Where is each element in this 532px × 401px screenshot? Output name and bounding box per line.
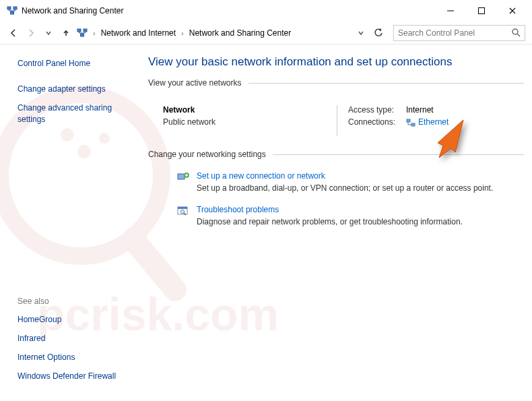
divider	[248, 83, 524, 84]
sidebar-item-adapter-settings[interactable]: Change adapter settings	[18, 84, 129, 94]
svg-point-16	[512, 29, 518, 34]
troubleshoot-desc: Diagnose and repair network problems, or…	[197, 217, 463, 226]
access-type-label: Access type:	[348, 105, 406, 115]
up-button[interactable]	[59, 26, 73, 40]
main-panel: View your basic network information and …	[136, 53, 532, 390]
svg-rect-6	[7, 7, 11, 9]
svg-line-17	[517, 34, 520, 36]
troubleshoot-icon	[176, 205, 190, 218]
network-name: Network	[163, 105, 337, 115]
breadcrumb-parent[interactable]: Network and Internet	[101, 28, 176, 38]
see-also-label: See also	[18, 297, 129, 306]
section-networking-settings: Change your networking settings	[148, 150, 524, 159]
connection-link[interactable]: Ethernet	[406, 117, 448, 127]
divider	[273, 154, 524, 155]
access-type-value: Internet	[406, 105, 434, 115]
network-center-icon	[77, 28, 88, 38]
vertical-divider	[337, 105, 337, 136]
window-title: Network and Sharing Center	[22, 6, 435, 16]
seealso-firewall[interactable]: Windows Defender Firewall	[18, 371, 129, 381]
recent-dropdown-button[interactable]	[42, 26, 55, 40]
svg-rect-20	[178, 174, 185, 179]
forward-button[interactable]	[24, 26, 38, 40]
chevron-right-icon: ›	[93, 29, 96, 37]
svg-rect-18	[407, 119, 410, 122]
close-button[interactable]	[497, 1, 528, 21]
network-type: Public network	[163, 117, 337, 127]
svg-rect-15	[81, 34, 84, 36]
sidebar: Control Panel Home Change adapter settin…	[0, 53, 136, 390]
svg-rect-7	[13, 7, 17, 9]
search-placeholder: Search Control Panel	[398, 28, 512, 38]
breadcrumb-current[interactable]: Network and Sharing Center	[189, 28, 291, 38]
section-label: View your active networks	[148, 78, 242, 88]
network-center-icon	[7, 5, 18, 16]
sidebar-item-advanced-sharing[interactable]: Change advanced sharing settings	[18, 102, 129, 124]
maximize-button[interactable]	[466, 1, 497, 21]
page-title: View your basic network information and …	[148, 55, 524, 69]
setup-connection-icon	[176, 171, 190, 185]
svg-rect-14	[84, 29, 87, 32]
section-label: Change your networking settings	[148, 150, 266, 159]
chevron-right-icon: ›	[181, 29, 184, 37]
option-troubleshoot: Troubleshoot problems Diagnose and repai…	[148, 205, 524, 239]
minimize-button[interactable]	[435, 1, 466, 21]
network-info: Network Public network Access type: Inte…	[148, 100, 524, 150]
refresh-button[interactable]	[372, 26, 385, 40]
svg-rect-10	[479, 8, 485, 14]
connection-value: Ethernet	[418, 117, 448, 127]
option-setup-connection: Set up a new connection or network Set u…	[148, 171, 524, 205]
navbar: › Network and Internet › Network and Sha…	[0, 22, 532, 44]
address-dropdown-button[interactable]	[354, 26, 368, 40]
back-button[interactable]	[7, 26, 20, 40]
seealso-homegroup[interactable]: HomeGroup	[18, 314, 129, 325]
troubleshoot-link[interactable]: Troubleshoot problems	[197, 205, 463, 214]
svg-rect-23	[178, 207, 187, 209]
connections-label: Connections:	[348, 117, 406, 127]
svg-rect-19	[411, 123, 415, 126]
setup-connection-link[interactable]: Set up a new connection or network	[197, 171, 493, 181]
seealso-internet-options[interactable]: Internet Options	[18, 352, 129, 363]
seealso-infrared[interactable]: Infrared	[18, 333, 129, 344]
svg-rect-13	[77, 29, 81, 32]
search-input[interactable]: Search Control Panel	[393, 25, 525, 41]
search-icon	[512, 28, 521, 37]
setup-connection-desc: Set up a broadband, dial-up, or VPN conn…	[197, 183, 493, 193]
content-area: Control Panel Home Change adapter settin…	[0, 44, 532, 390]
titlebar: Network and Sharing Center	[0, 0, 532, 22]
svg-rect-8	[11, 11, 14, 14]
control-panel-home-link[interactable]: Control Panel Home	[18, 58, 129, 69]
section-active-networks: View your active networks	[148, 78, 524, 88]
ethernet-icon	[406, 119, 415, 127]
